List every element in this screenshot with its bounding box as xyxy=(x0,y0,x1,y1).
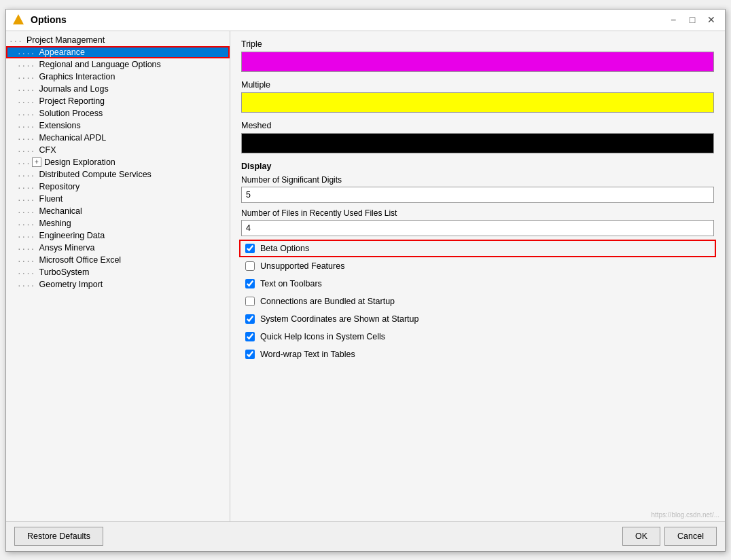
checkbox-row-system-coordinates: System Coordinates are Shown at Startup xyxy=(241,312,714,326)
sig-digits-group: Number of Significant Digits xyxy=(241,175,714,203)
title-bar: Options − □ ✕ xyxy=(6,10,725,31)
tree-item-label: Geometry Import xyxy=(39,280,103,289)
cancel-button[interactable]: Cancel xyxy=(664,527,717,546)
tree-prefix: .... xyxy=(17,48,35,56)
tree-prefix: .... xyxy=(17,219,35,227)
color-bar-multiple[interactable] xyxy=(241,92,714,113)
tree-prefix: .... xyxy=(17,145,35,154)
color-bar-label-multiple: Multiple xyxy=(241,80,714,90)
tree-item-turbosystem[interactable]: ....TurboSystem xyxy=(6,266,230,278)
window-controls: − □ ✕ xyxy=(665,12,719,28)
tree-item-mechanical-apdl[interactable]: ....Mechanical APDL xyxy=(6,132,230,144)
tree-item-graphics-interaction[interactable]: ....Graphics Interaction xyxy=(6,71,230,83)
ok-button[interactable]: OK xyxy=(622,527,660,546)
tree-item-mechanical[interactable]: ....Mechanical xyxy=(6,205,230,217)
tree-item-label: Extensions xyxy=(39,121,81,130)
tree-item-extensions[interactable]: ....Extensions xyxy=(6,119,230,132)
tree-prefix: .... xyxy=(17,243,35,252)
minimize-button[interactable]: − xyxy=(665,12,681,28)
app-logo xyxy=(12,13,25,26)
tree-item-fluent[interactable]: ....Fluent xyxy=(6,193,230,205)
tree-item-engineering-data[interactable]: ....Engineering Data xyxy=(6,229,230,242)
tree-item-regional-language[interactable]: ....Regional and Language Options xyxy=(6,58,230,71)
tree-prefix: .... xyxy=(17,255,35,264)
tree-prefix: .... xyxy=(17,84,35,93)
recent-files-label: Number of Files in Recently Used Files L… xyxy=(241,208,714,218)
close-button[interactable]: ✕ xyxy=(703,12,719,28)
restore-button[interactable]: □ xyxy=(684,12,700,28)
sig-digits-input[interactable] xyxy=(241,187,714,203)
tree-item-journals-logs[interactable]: ....Journals and Logs xyxy=(6,83,230,95)
tree-item-label: Fluent xyxy=(39,194,63,204)
expand-icon[interactable]: + xyxy=(32,157,41,167)
checkbox-row-text-on-toolbars: Text on Toolbars xyxy=(241,277,714,291)
tree-item-solution-process[interactable]: ....Solution Process xyxy=(6,107,230,119)
right-panel: TripleMultipleMeshed Display Number of S… xyxy=(230,31,725,521)
tree-item-meshing[interactable]: ....Meshing xyxy=(6,217,230,229)
watermark: https://blog.csdn.net/... xyxy=(651,511,719,519)
tree-prefix: .... xyxy=(17,109,35,117)
tree-item-label: Solution Process xyxy=(39,109,103,118)
color-bar-triple[interactable] xyxy=(241,52,714,72)
checkbox-quick-help-icons[interactable] xyxy=(245,332,255,341)
tree-item-cfx[interactable]: ....CFX xyxy=(6,144,230,156)
checkbox-row-word-wrap-text: Word-wrap Text in Tables xyxy=(241,348,714,361)
tree-item-label: Mechanical APDL xyxy=(39,133,107,143)
options-window: Options − □ ✕ ...Project Management....A… xyxy=(5,9,726,552)
tree-prefix: .... xyxy=(17,231,35,240)
tree-prefix: .... xyxy=(17,194,35,203)
tree-item-repository[interactable]: ....Repository xyxy=(6,181,230,193)
checkbox-label-text-on-toolbars: Text on Toolbars xyxy=(260,279,322,288)
checkbox-label-quick-help-icons: Quick Help Icons in System Cells xyxy=(260,332,385,341)
tree-item-distributed-compute[interactable]: ....Distributed Compute Services xyxy=(6,168,230,181)
checkbox-connections-bundled[interactable] xyxy=(245,297,255,306)
checkbox-word-wrap-text[interactable] xyxy=(245,350,255,359)
color-bar-section-multiple: Multiple xyxy=(241,80,714,113)
tree-prefix: ... xyxy=(9,35,22,44)
tree-item-label: Project Reporting xyxy=(39,96,105,106)
tree-item-project-reporting[interactable]: ....Project Reporting xyxy=(6,95,230,107)
window-title: Options xyxy=(31,14,665,25)
checkbox-label-connections-bundled: Connections are Bundled at Startup xyxy=(260,297,395,306)
bottom-bar: Restore Defaults OK Cancel xyxy=(6,521,725,551)
color-bar-section-meshed: Meshed xyxy=(241,121,714,153)
tree-prefix: ... xyxy=(17,157,31,166)
tree-item-label: Ansys Minerva xyxy=(39,243,95,253)
tree-item-geometry-import[interactable]: ....Geometry Import xyxy=(6,278,230,291)
checkbox-row-unsupported-features: Unsupported Features xyxy=(241,259,714,273)
checkbox-text-on-toolbars[interactable] xyxy=(245,279,255,288)
display-section-label: Display xyxy=(241,162,714,171)
tree-prefix: .... xyxy=(17,206,35,215)
checkbox-row-quick-help-icons: Quick Help Icons in System Cells xyxy=(241,330,714,343)
tree-item-microsoft-office-excel[interactable]: ....Microsoft Office Excel xyxy=(6,254,230,266)
color-bars-section: TripleMultipleMeshed xyxy=(241,39,714,153)
tree-item-label: CFX xyxy=(39,145,56,155)
tree-item-label: Regional and Language Options xyxy=(39,60,161,69)
tree-item-label: Design Exploration xyxy=(44,157,115,167)
tree-prefix: .... xyxy=(17,182,35,191)
tree-item-project-management[interactable]: ...Project Management xyxy=(6,34,230,46)
restore-defaults-button[interactable]: Restore Defaults xyxy=(14,527,103,546)
tree-item-label: Microsoft Office Excel xyxy=(39,255,122,265)
recent-files-input[interactable] xyxy=(241,220,714,236)
checkboxes-section: Beta OptionsUnsupported FeaturesText on … xyxy=(241,242,714,361)
tree-item-label: Project Management xyxy=(26,35,105,45)
color-bar-meshed[interactable] xyxy=(241,133,714,153)
checkbox-row-beta-options: Beta Options xyxy=(241,242,714,255)
checkbox-label-word-wrap-text: Word-wrap Text in Tables xyxy=(260,350,355,359)
tree-item-label: Engineering Data xyxy=(39,231,105,240)
tree-item-label: Mechanical xyxy=(39,206,82,216)
tree-item-design-exploration[interactable]: ...+Design Exploration xyxy=(6,156,230,168)
tree-item-label: Meshing xyxy=(39,219,71,228)
checkbox-unsupported-features[interactable] xyxy=(245,261,255,271)
checkbox-row-connections-bundled: Connections are Bundled at Startup xyxy=(241,295,714,308)
tree-item-ansys-minerva[interactable]: ....Ansys Minerva xyxy=(6,242,230,254)
checkbox-system-coordinates[interactable] xyxy=(245,314,255,324)
checkbox-beta-options[interactable] xyxy=(245,244,255,253)
tree-item-appearance[interactable]: ....Appearance xyxy=(6,46,230,58)
color-bar-section-triple: Triple xyxy=(241,39,714,72)
tree-prefix: .... xyxy=(17,96,35,105)
checkbox-label-system-coordinates: System Coordinates are Shown at Startup xyxy=(260,314,418,324)
tree-item-label: Distributed Compute Services xyxy=(39,170,151,179)
tree-item-label: Appearance xyxy=(39,48,85,57)
